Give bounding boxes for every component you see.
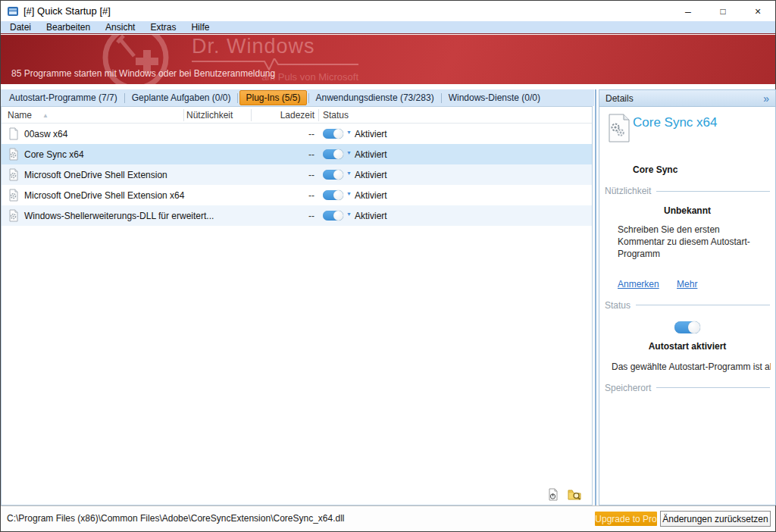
panel-divider[interactable] bbox=[595, 89, 596, 505]
table-row[interactable]: Core Sync x64--▼Aktiviert bbox=[2, 144, 592, 164]
row-status: Aktiviert bbox=[355, 190, 387, 201]
column-header-status[interactable]: Status bbox=[323, 110, 349, 120]
details-header-label: Details bbox=[605, 93, 634, 104]
minimize-button[interactable]: – bbox=[671, 1, 706, 21]
autostart-status-description: Das gewählte Autostart-Programm ist akti… bbox=[612, 361, 771, 372]
list-region: Autostart-Programme (7/7)Geplante Aufgab… bbox=[1, 84, 594, 505]
table-row[interactable]: Microsoft OneDrive Shell Extension x64--… bbox=[2, 185, 592, 205]
menu-bar: DateiBearbeitenAnsichtExtrasHilfe bbox=[1, 21, 775, 34]
status-toggle[interactable] bbox=[323, 149, 343, 159]
section-status: Status bbox=[605, 300, 770, 311]
details-top: Core Sync x64 bbox=[599, 107, 775, 152]
toggle-dropdown-icon[interactable]: ▼ bbox=[346, 150, 352, 155]
tab-separator bbox=[237, 93, 238, 103]
row-load-time: -- bbox=[252, 211, 314, 221]
table-row[interactable]: 00asw x64--▼Aktiviert bbox=[2, 124, 592, 144]
autostart-status-title: Autostart aktiviert bbox=[599, 341, 775, 352]
status-toggle[interactable] bbox=[323, 190, 343, 200]
details-header: Details » bbox=[599, 90, 775, 107]
header-banner: Dr. Windows am Puls von Microsoft 85 Pro… bbox=[1, 35, 775, 84]
jump-to-entry-icon[interactable] bbox=[546, 488, 560, 502]
table-footer bbox=[2, 485, 592, 505]
gear-file-icon bbox=[8, 189, 20, 202]
gear-file-icon bbox=[8, 148, 20, 161]
dll-file-large-icon bbox=[608, 114, 630, 142]
row-status: Aktiviert bbox=[355, 211, 387, 221]
window-title: [#] Quick Startup [#] bbox=[23, 5, 111, 17]
gear-file-icon bbox=[8, 168, 20, 181]
row-status: Aktiviert bbox=[355, 170, 387, 180]
autostart-toggle[interactable] bbox=[674, 321, 700, 333]
row-status: Aktiviert bbox=[355, 129, 387, 139]
row-load-time: -- bbox=[252, 149, 314, 160]
table-body: 00asw x64--▼AktiviertCore Sync x64--▼Akt… bbox=[2, 124, 592, 226]
status-toggle[interactable] bbox=[323, 211, 343, 221]
row-status: Aktiviert bbox=[355, 149, 387, 160]
column-separator bbox=[318, 109, 319, 121]
tab-0[interactable]: Autostart-Programme (7/7) bbox=[4, 90, 123, 105]
table-row[interactable]: Microsoft OneDrive Shell Extension--▼Akt… bbox=[2, 164, 592, 185]
details-subtitle: Core Sync bbox=[633, 164, 775, 175]
status-bar: C:\Program Files (x86)\Common Files\Adob… bbox=[1, 505, 775, 531]
tab-4[interactable]: Windows-Dienste (0/0) bbox=[443, 90, 546, 105]
annotate-link[interactable]: Anmerken bbox=[618, 279, 659, 289]
column-header-loadtime[interactable]: Ladezeit bbox=[252, 110, 314, 120]
app-icon bbox=[7, 5, 19, 17]
status-toggle[interactable] bbox=[323, 129, 343, 139]
section-usefulness: Nützlichkeit bbox=[605, 186, 770, 196]
row-name: Microsoft OneDrive Shell Extension bbox=[24, 170, 167, 180]
comment-prompt: Schreiben Sie den ersten Kommentar zu di… bbox=[618, 224, 765, 261]
usefulness-rating: Unbekannt bbox=[599, 205, 775, 216]
row-load-time: -- bbox=[252, 190, 314, 201]
startup-table: Name▲ Nützlichkeit Ladezeit Status 00asw… bbox=[1, 106, 593, 505]
tab-separator bbox=[441, 93, 442, 103]
startup-count-message: 85 Programme starten mit Windows oder be… bbox=[11, 68, 275, 79]
row-name: Windows-Shellerweiterungs-DLL für erweit… bbox=[24, 211, 214, 221]
open-file-location-icon[interactable] bbox=[568, 488, 581, 502]
main-content: Autostart-Programme (7/7)Geplante Aufgab… bbox=[1, 84, 775, 505]
toggle-dropdown-icon[interactable]: ▼ bbox=[346, 130, 352, 135]
toggle-dropdown-icon[interactable]: ▼ bbox=[346, 171, 352, 176]
section-location: Speicherort bbox=[605, 383, 770, 393]
column-header-name[interactable]: Name▲ bbox=[8, 110, 48, 120]
tab-bar: Autostart-Programme (7/7)Geplante Aufgab… bbox=[1, 89, 594, 106]
gear-file-icon bbox=[8, 209, 20, 222]
column-separator bbox=[183, 109, 184, 121]
column-header-usefulness[interactable]: Nützlichkeit bbox=[186, 110, 233, 120]
collapse-panel-icon[interactable]: » bbox=[763, 92, 769, 105]
row-name: 00asw x64 bbox=[24, 129, 67, 139]
menu-item-datei[interactable]: Datei bbox=[2, 22, 39, 33]
row-name: Microsoft OneDrive Shell Extension x64 bbox=[24, 190, 184, 201]
menu-item-bearbeiten[interactable]: Bearbeiten bbox=[39, 22, 98, 33]
plain-file-icon bbox=[8, 127, 20, 140]
toggle-dropdown-icon[interactable]: ▼ bbox=[346, 191, 352, 196]
tab-2[interactable]: Plug-Ins (5/5) bbox=[239, 90, 306, 105]
reset-changes-button[interactable]: Änderungen zurücksetzen bbox=[660, 511, 771, 527]
file-path: C:\Program Files (x86)\Common Files\Adob… bbox=[7, 513, 345, 524]
row-load-time: -- bbox=[252, 129, 314, 139]
table-header: Name▲ Nützlichkeit Ladezeit Status bbox=[2, 107, 592, 124]
comment-links: Anmerken Mehr bbox=[618, 279, 775, 289]
sort-ascending-icon: ▲ bbox=[42, 112, 48, 119]
more-link[interactable]: Mehr bbox=[677, 279, 697, 289]
tab-3[interactable]: Anwendungsdienste (73/283) bbox=[311, 90, 440, 105]
tab-separator bbox=[308, 93, 309, 103]
row-load-time: -- bbox=[252, 170, 314, 180]
close-button[interactable]: × bbox=[740, 1, 775, 21]
menu-item-ansicht[interactable]: Ansicht bbox=[98, 22, 142, 33]
table-row[interactable]: Windows-Shellerweiterungs-DLL für erweit… bbox=[2, 205, 592, 226]
status-toggle[interactable] bbox=[323, 170, 343, 180]
tab-1[interactable]: Geplante Aufgaben (0/0) bbox=[127, 90, 236, 105]
brand-text: Dr. Windows bbox=[192, 35, 315, 58]
column-separator bbox=[251, 109, 252, 121]
maximize-button[interactable]: □ bbox=[706, 1, 740, 21]
window-controls: – □ × bbox=[671, 1, 775, 21]
tab-separator bbox=[124, 93, 125, 103]
details-panel: Details » Core Sync x64 Core Sync Nützli… bbox=[599, 89, 776, 505]
app-window: [#] Quick Startup [#] – □ × DateiBearbei… bbox=[0, 0, 776, 532]
toggle-dropdown-icon[interactable]: ▼ bbox=[346, 211, 352, 217]
menu-item-hilfe[interactable]: Hilfe bbox=[183, 22, 217, 33]
menu-item-extras[interactable]: Extras bbox=[142, 22, 183, 33]
details-title: Core Sync x64 bbox=[633, 115, 718, 130]
upgrade-to-pro-button[interactable]: Upgrade to Pro bbox=[595, 512, 657, 526]
